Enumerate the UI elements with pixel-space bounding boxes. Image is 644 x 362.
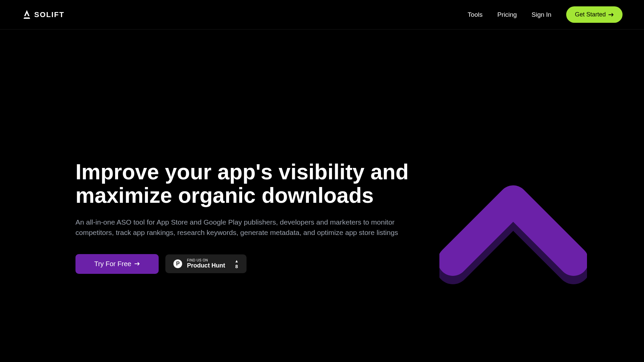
logo[interactable]: SOLIFT: [21, 9, 64, 20]
logo-icon: [21, 9, 32, 20]
product-hunt-text: FIND US ON Product Hunt: [187, 258, 225, 269]
product-hunt-vote-count: 8: [235, 264, 238, 269]
chevron-decoration: [439, 174, 587, 301]
product-hunt-votes: ▲ 8: [234, 259, 238, 269]
get-started-label: Get Started: [575, 11, 606, 18]
hero-section: Improve your app's visibility and maximi…: [0, 29, 644, 274]
triangle-up-icon: ▲: [234, 259, 238, 263]
try-free-button[interactable]: Try For Free: [75, 254, 159, 274]
logo-text: SOLIFT: [34, 10, 64, 19]
hero-subtitle: An all-in-one ASO tool for App Store and…: [75, 217, 431, 238]
nav: Tools Pricing Sign In Get Started: [468, 6, 623, 23]
nav-pricing[interactable]: Pricing: [497, 11, 517, 18]
arrow-right-icon: [608, 13, 614, 17]
try-free-label: Try For Free: [94, 260, 131, 268]
header: SOLIFT Tools Pricing Sign In Get Started: [0, 0, 644, 29]
arrow-right-icon: [135, 262, 140, 266]
product-hunt-name: Product Hunt: [187, 262, 225, 269]
product-hunt-button[interactable]: P FIND US ON Product Hunt ▲ 8: [165, 254, 247, 273]
nav-signin[interactable]: Sign In: [532, 11, 551, 18]
get-started-button[interactable]: Get Started: [566, 6, 623, 23]
product-hunt-find-us: FIND US ON: [187, 258, 208, 262]
product-hunt-icon: P: [173, 259, 182, 268]
nav-tools[interactable]: Tools: [468, 11, 482, 18]
hero-title: Improve your app's visibility and maximi…: [75, 160, 428, 207]
